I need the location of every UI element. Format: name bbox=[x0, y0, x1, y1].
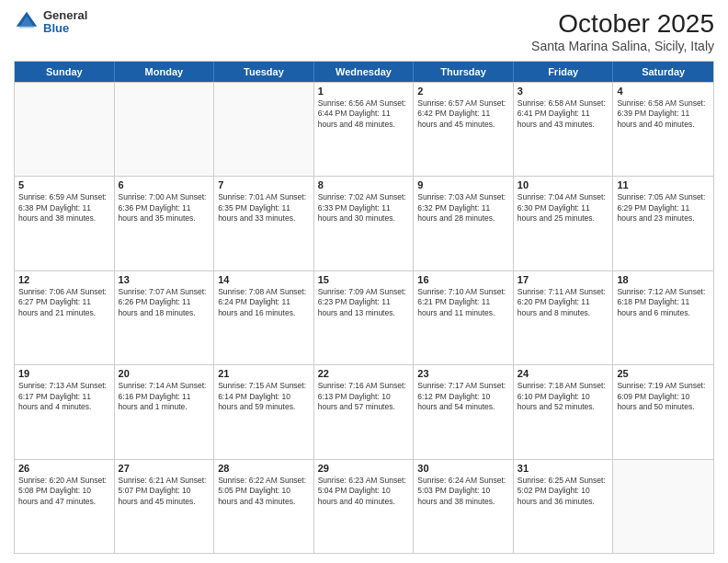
day-number: 30 bbox=[417, 463, 509, 474]
cal-week-2: 12Sunrise: 7:06 AM Sunset: 6:27 PM Dayli… bbox=[15, 270, 713, 364]
day-info: Sunrise: 7:01 AM Sunset: 6:35 PM Dayligh… bbox=[218, 192, 310, 224]
cal-day-18: 18Sunrise: 7:12 AM Sunset: 6:18 PM Dayli… bbox=[613, 271, 713, 364]
day-number: 21 bbox=[218, 368, 310, 379]
logo-blue: Blue bbox=[43, 22, 87, 35]
logo: General Blue bbox=[14, 9, 87, 36]
day-info: Sunrise: 6:25 AM Sunset: 5:02 PM Dayligh… bbox=[518, 476, 609, 507]
cal-day-12: 12Sunrise: 7:06 AM Sunset: 6:27 PM Dayli… bbox=[15, 271, 115, 364]
cal-day-31: 31Sunrise: 6:25 AM Sunset: 5:02 PM Dayli… bbox=[514, 460, 614, 553]
day-number: 9 bbox=[417, 179, 509, 190]
header-day-tuesday: Tuesday bbox=[214, 62, 314, 82]
cal-day-5: 5Sunrise: 6:59 AM Sunset: 6:38 PM Daylig… bbox=[15, 177, 115, 270]
day-info: Sunrise: 7:09 AM Sunset: 6:23 PM Dayligh… bbox=[318, 287, 410, 318]
day-info: Sunrise: 7:03 AM Sunset: 6:32 PM Dayligh… bbox=[417, 192, 509, 224]
cal-day-10: 10Sunrise: 7:04 AM Sunset: 6:30 PM Dayli… bbox=[514, 177, 614, 270]
day-number: 10 bbox=[518, 179, 609, 190]
cal-empty-0-0 bbox=[15, 83, 115, 176]
day-number: 16 bbox=[417, 274, 509, 285]
cal-day-1: 1Sunrise: 6:56 AM Sunset: 6:44 PM Daylig… bbox=[314, 83, 415, 176]
day-number: 14 bbox=[218, 274, 310, 285]
cal-empty-0-1 bbox=[115, 83, 215, 176]
header-day-saturday: Saturday bbox=[613, 62, 713, 82]
cal-empty-0-2 bbox=[214, 83, 314, 176]
cal-day-3: 3Sunrise: 6:58 AM Sunset: 6:41 PM Daylig… bbox=[514, 83, 614, 176]
day-number: 17 bbox=[518, 274, 609, 285]
day-number: 13 bbox=[119, 274, 210, 285]
day-info: Sunrise: 6:59 AM Sunset: 6:38 PM Dayligh… bbox=[18, 192, 110, 224]
day-number: 26 bbox=[18, 463, 110, 474]
cal-day-14: 14Sunrise: 7:08 AM Sunset: 6:24 PM Dayli… bbox=[214, 271, 314, 364]
day-info: Sunrise: 7:10 AM Sunset: 6:21 PM Dayligh… bbox=[417, 287, 509, 318]
cal-week-3: 19Sunrise: 7:13 AM Sunset: 6:17 PM Dayli… bbox=[15, 364, 713, 458]
day-info: Sunrise: 7:02 AM Sunset: 6:33 PM Dayligh… bbox=[318, 192, 410, 224]
cal-day-22: 22Sunrise: 7:16 AM Sunset: 6:13 PM Dayli… bbox=[314, 365, 415, 458]
day-number: 28 bbox=[218, 463, 310, 474]
cal-day-27: 27Sunrise: 6:21 AM Sunset: 5:07 PM Dayli… bbox=[115, 460, 215, 553]
day-info: Sunrise: 7:14 AM Sunset: 6:16 PM Dayligh… bbox=[119, 381, 210, 412]
calendar: SundayMondayTuesdayWednesdayThursdayFrid… bbox=[14, 61, 714, 554]
day-number: 8 bbox=[318, 179, 410, 190]
calendar-header: SundayMondayTuesdayWednesdayThursdayFrid… bbox=[15, 62, 713, 82]
day-info: Sunrise: 7:13 AM Sunset: 6:17 PM Dayligh… bbox=[18, 381, 110, 412]
day-number: 23 bbox=[417, 368, 509, 379]
day-number: 25 bbox=[617, 368, 710, 379]
day-info: Sunrise: 6:58 AM Sunset: 6:41 PM Dayligh… bbox=[518, 98, 609, 130]
cal-day-20: 20Sunrise: 7:14 AM Sunset: 6:16 PM Dayli… bbox=[115, 365, 215, 458]
day-info: Sunrise: 6:24 AM Sunset: 5:03 PM Dayligh… bbox=[417, 476, 509, 507]
day-info: Sunrise: 6:21 AM Sunset: 5:07 PM Dayligh… bbox=[119, 476, 210, 507]
logo-text: General Blue bbox=[43, 9, 87, 36]
day-info: Sunrise: 7:11 AM Sunset: 6:20 PM Dayligh… bbox=[518, 287, 609, 318]
day-number: 20 bbox=[119, 368, 210, 379]
cal-day-6: 6Sunrise: 7:00 AM Sunset: 6:36 PM Daylig… bbox=[115, 177, 215, 270]
cal-day-28: 28Sunrise: 6:22 AM Sunset: 5:05 PM Dayli… bbox=[214, 460, 314, 553]
logo-icon bbox=[14, 9, 40, 35]
day-info: Sunrise: 7:15 AM Sunset: 6:14 PM Dayligh… bbox=[218, 381, 310, 412]
day-info: Sunrise: 7:05 AM Sunset: 6:29 PM Dayligh… bbox=[617, 192, 710, 224]
day-info: Sunrise: 7:16 AM Sunset: 6:13 PM Dayligh… bbox=[318, 381, 410, 412]
day-number: 2 bbox=[417, 86, 509, 97]
cal-day-8: 8Sunrise: 7:02 AM Sunset: 6:33 PM Daylig… bbox=[314, 177, 415, 270]
day-info: Sunrise: 7:08 AM Sunset: 6:24 PM Dayligh… bbox=[218, 287, 310, 318]
cal-day-30: 30Sunrise: 6:24 AM Sunset: 5:03 PM Dayli… bbox=[414, 460, 514, 553]
day-number: 27 bbox=[119, 463, 210, 474]
cal-day-29: 29Sunrise: 6:23 AM Sunset: 5:04 PM Dayli… bbox=[314, 460, 415, 553]
cal-day-19: 19Sunrise: 7:13 AM Sunset: 6:17 PM Dayli… bbox=[15, 365, 115, 458]
cal-day-4: 4Sunrise: 6:58 AM Sunset: 6:39 PM Daylig… bbox=[613, 83, 713, 176]
day-info: Sunrise: 6:20 AM Sunset: 5:08 PM Dayligh… bbox=[18, 476, 110, 507]
title-block: October 2025 Santa Marina Salina, Sicily… bbox=[531, 9, 714, 53]
cal-empty-4-6 bbox=[613, 460, 713, 553]
day-info: Sunrise: 7:17 AM Sunset: 6:12 PM Dayligh… bbox=[417, 381, 509, 412]
day-info: Sunrise: 6:23 AM Sunset: 5:04 PM Dayligh… bbox=[318, 476, 410, 507]
day-number: 18 bbox=[617, 274, 710, 285]
day-info: Sunrise: 7:18 AM Sunset: 6:10 PM Dayligh… bbox=[518, 381, 609, 412]
logo-general: General bbox=[43, 9, 87, 22]
day-info: Sunrise: 7:00 AM Sunset: 6:36 PM Dayligh… bbox=[119, 192, 210, 224]
header-day-sunday: Sunday bbox=[15, 62, 115, 82]
day-info: Sunrise: 7:04 AM Sunset: 6:30 PM Dayligh… bbox=[518, 192, 609, 224]
day-number: 19 bbox=[18, 368, 110, 379]
day-number: 7 bbox=[218, 179, 310, 190]
header-day-wednesday: Wednesday bbox=[314, 62, 415, 82]
day-number: 24 bbox=[518, 368, 609, 379]
day-info: Sunrise: 6:22 AM Sunset: 5:05 PM Dayligh… bbox=[218, 476, 310, 507]
day-info: Sunrise: 6:57 AM Sunset: 6:42 PM Dayligh… bbox=[417, 98, 509, 130]
day-number: 15 bbox=[318, 274, 410, 285]
header: General Blue October 2025 Santa Marina S… bbox=[14, 9, 714, 53]
cal-week-1: 5Sunrise: 6:59 AM Sunset: 6:38 PM Daylig… bbox=[15, 176, 713, 270]
day-info: Sunrise: 6:58 AM Sunset: 6:39 PM Dayligh… bbox=[617, 98, 710, 130]
day-number: 1 bbox=[318, 86, 410, 97]
cal-day-21: 21Sunrise: 7:15 AM Sunset: 6:14 PM Dayli… bbox=[214, 365, 314, 458]
day-info: Sunrise: 6:56 AM Sunset: 6:44 PM Dayligh… bbox=[318, 98, 410, 130]
cal-day-15: 15Sunrise: 7:09 AM Sunset: 6:23 PM Dayli… bbox=[314, 271, 415, 364]
cal-day-7: 7Sunrise: 7:01 AM Sunset: 6:35 PM Daylig… bbox=[214, 177, 314, 270]
day-number: 6 bbox=[119, 179, 210, 190]
cal-day-23: 23Sunrise: 7:17 AM Sunset: 6:12 PM Dayli… bbox=[414, 365, 514, 458]
header-day-friday: Friday bbox=[514, 62, 614, 82]
day-number: 31 bbox=[518, 463, 609, 474]
month-title: October 2025 bbox=[531, 9, 714, 39]
calendar-body: 1Sunrise: 6:56 AM Sunset: 6:44 PM Daylig… bbox=[15, 82, 713, 553]
cal-week-0: 1Sunrise: 6:56 AM Sunset: 6:44 PM Daylig… bbox=[15, 82, 713, 176]
day-number: 3 bbox=[518, 86, 609, 97]
day-number: 22 bbox=[318, 368, 410, 379]
cal-day-2: 2Sunrise: 6:57 AM Sunset: 6:42 PM Daylig… bbox=[414, 83, 514, 176]
